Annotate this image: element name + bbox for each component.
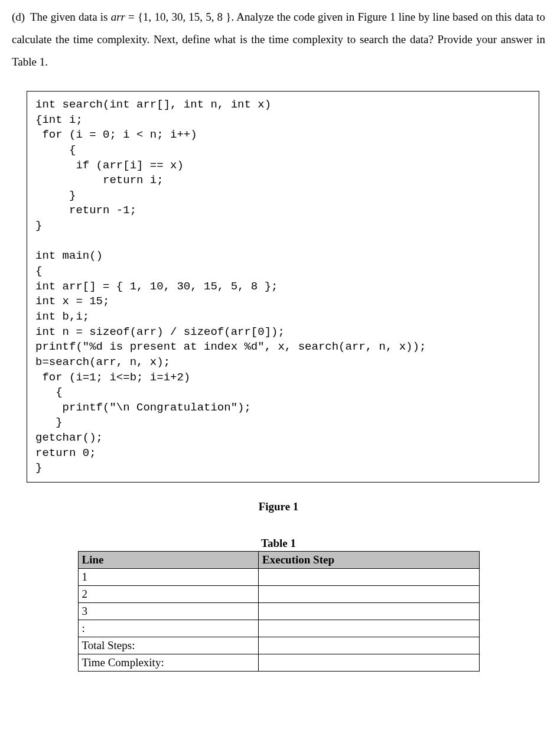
cell-line: 3 (78, 603, 259, 620)
table-header-line: Line (78, 552, 259, 569)
cell-exec (259, 586, 479, 603)
question-text: (d) The given data is arr = {1, 10, 30, … (12, 6, 545, 73)
table-row: : (78, 620, 479, 637)
arr-variable: arr (111, 11, 125, 23)
cell-exec (259, 569, 479, 586)
cell-line: Total Steps: (78, 637, 259, 654)
question-label: (d) (12, 6, 25, 28)
cell-exec (259, 603, 479, 620)
table-caption: Table 1 (12, 537, 545, 550)
table-row: Total Steps: (78, 637, 479, 654)
table-row: Time Complexity: (78, 654, 479, 672)
table-row: 1 (78, 569, 479, 586)
cell-line: Time Complexity: (78, 654, 259, 672)
table-row: 2 (78, 586, 479, 603)
answer-table: Line Execution Step 1 2 3 : Total Steps:… (78, 551, 480, 672)
cell-exec (259, 654, 479, 672)
cell-line: : (78, 620, 259, 637)
table-header-exec: Execution Step (259, 552, 479, 569)
cell-exec (259, 637, 479, 654)
code-figure: int search(int arr[], int n, int x) {int… (27, 91, 539, 483)
table-row: 3 (78, 603, 479, 620)
cell-line: 2 (78, 586, 259, 603)
question-part1: The given data is (30, 11, 111, 23)
cell-exec (259, 620, 479, 637)
cell-line: 1 (78, 569, 259, 586)
figure-caption: Figure 1 (12, 500, 545, 513)
